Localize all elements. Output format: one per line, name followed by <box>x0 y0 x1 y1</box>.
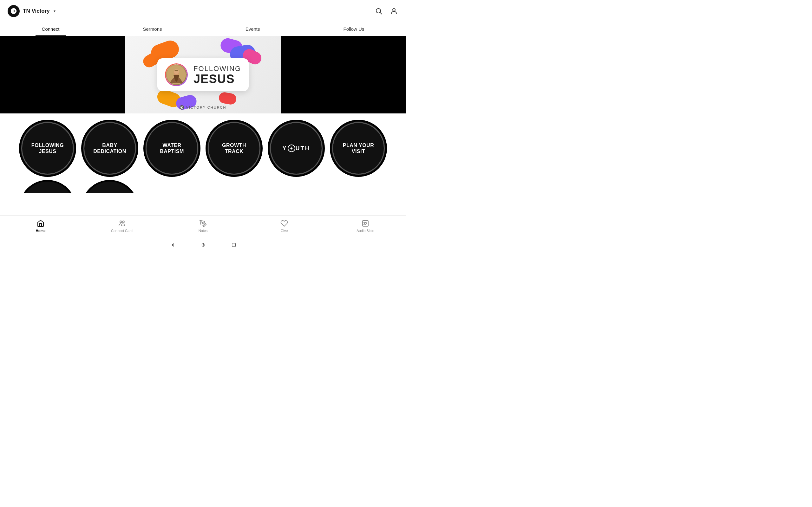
youth-o-icon <box>288 145 295 152</box>
hero-title: FOLLOWING JESUS <box>194 65 241 85</box>
avatar-image <box>166 64 187 85</box>
svg-point-0 <box>376 9 380 13</box>
nav-item-follow-us[interactable]: Follow Us <box>337 22 371 36</box>
partial-circle-1 <box>19 180 76 193</box>
svg-line-1 <box>380 12 382 14</box>
search-icon[interactable] <box>374 7 383 15</box>
hero-footer: VICTORY CHURCH <box>180 105 226 110</box>
give-icon <box>280 219 288 228</box>
bottom-nav-give[interactable]: Give <box>271 219 297 233</box>
hero-section: FOLLOWING JESUS VICTORY CHURCH <box>0 36 406 113</box>
circle-label-plan-your-visit: PLAN YOURVISIT <box>340 139 377 158</box>
hero-title-main: JESUS <box>194 73 241 85</box>
partial-spacer-4 <box>206 180 263 193</box>
notes-label: Notes <box>199 229 208 233</box>
profile-icon[interactable] <box>390 7 398 15</box>
circle-label-following-jesus: FOLLOWINGJESUS <box>28 139 67 158</box>
circle-label-baby-dedication: BABYDEDICATION <box>90 139 129 158</box>
brand-name[interactable]: TN Victory <box>23 8 50 14</box>
connect-card-icon <box>118 219 126 228</box>
home-button[interactable] <box>201 242 206 247</box>
svg-point-7 <box>181 107 183 108</box>
svg-point-20 <box>203 244 204 245</box>
connect-circles: FOLLOWINGJESUS BABYDEDICATION WATERBAPTI… <box>0 113 406 180</box>
circle-growth-track[interactable]: GROWTHTRACK <box>206 120 263 177</box>
header-right <box>374 7 398 15</box>
hero-footer-text: VICTORY CHURCH <box>186 106 226 109</box>
hero-card: FOLLOWING JESUS <box>157 58 249 91</box>
circle-following-jesus[interactable]: FOLLOWINGJESUS <box>19 120 76 177</box>
svg-point-5 <box>174 69 179 74</box>
bottom-nav-home[interactable]: Home <box>28 219 53 233</box>
circle-baby-dedication[interactable]: BABYDEDICATION <box>81 120 138 177</box>
victory-logo-small <box>180 105 184 110</box>
bottom-nav-notes[interactable]: Notes <box>190 219 216 233</box>
give-label: Give <box>281 229 288 233</box>
audio-bible-label: Audio Bible <box>357 229 374 233</box>
hero-title-top: FOLLOWING <box>194 65 241 73</box>
nav-item-events[interactable]: Events <box>239 22 266 36</box>
partial-spacer-5 <box>268 180 325 193</box>
svg-marker-18 <box>171 243 173 247</box>
svg-rect-11 <box>362 221 368 226</box>
back-button[interactable] <box>170 242 175 248</box>
nav-item-sermons[interactable]: Sermons <box>137 22 168 36</box>
hero-avatar <box>165 63 188 86</box>
header: TN Victory ▾ <box>0 0 406 22</box>
chevron-down-icon: ▾ <box>54 9 55 13</box>
recents-button[interactable] <box>231 242 236 247</box>
header-left: TN Victory ▾ <box>8 5 55 17</box>
home-label: Home <box>36 229 46 233</box>
audio-bible-icon <box>361 219 369 228</box>
partial-circle-2 <box>81 180 138 193</box>
partial-spacer-6 <box>330 180 387 193</box>
svg-point-2 <box>393 9 395 11</box>
circle-label-growth-track: GROWTHTRACK <box>219 139 249 158</box>
nav-item-connect[interactable]: Connect <box>36 22 66 36</box>
bottom-navigation: Home Connect Card Notes <box>0 216 406 236</box>
circle-label-water-baptism: WATERBAPTISM <box>157 139 187 158</box>
hero-banner: FOLLOWING JESUS VICTORY CHURCH <box>125 36 281 113</box>
home-icon <box>37 219 45 228</box>
logo-icon[interactable] <box>8 5 20 17</box>
partial-spacer-3 <box>143 180 200 193</box>
bottom-nav-connect-card[interactable]: Connect Card <box>109 219 135 233</box>
svg-point-10 <box>202 222 203 224</box>
notes-icon <box>199 219 207 228</box>
partial-circles-row <box>0 180 406 193</box>
svg-point-9 <box>122 221 124 223</box>
circle-label-youth: Y UTH <box>282 145 310 152</box>
connect-card-label: Connect Card <box>111 229 133 233</box>
main-nav: Connect Sermons Events Follow Us <box>0 22 406 36</box>
svg-point-8 <box>120 221 122 223</box>
circle-youth[interactable]: Y UTH <box>268 120 325 177</box>
blob-7 <box>218 91 237 105</box>
bottom-nav-audio-bible[interactable]: Audio Bible <box>353 219 378 233</box>
circle-water-baptism[interactable]: WATERBAPTISM <box>143 120 200 177</box>
system-navigation <box>0 236 406 253</box>
circle-plan-your-visit[interactable]: PLAN YOURVISIT <box>330 120 387 177</box>
svg-rect-21 <box>232 243 236 246</box>
